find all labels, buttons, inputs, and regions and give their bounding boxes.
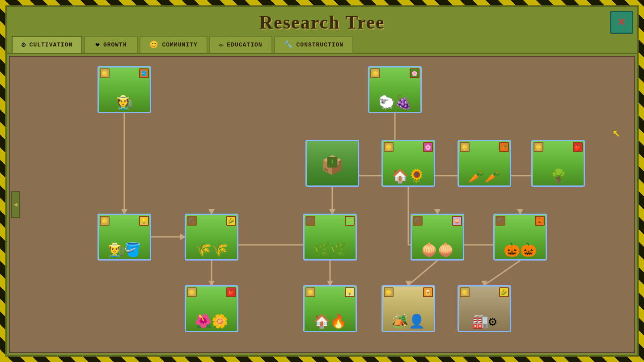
tab-bar: ⚙️ CULTIVATION ❤️ GROWTH 😊 COMMUNITY ✏️ … xyxy=(7,36,637,54)
node-cottage-tr-icon: 🌸 xyxy=(423,142,433,152)
node-onion-tr-icon: 🧅 xyxy=(452,216,462,226)
node-house-tr-icon: 💡 xyxy=(345,287,355,297)
node-farmer2-content: 👨‍🌾🪣 xyxy=(108,244,141,257)
close-icon: ✕ xyxy=(617,15,626,29)
node-desert-tl-icon: 🪙 xyxy=(384,287,394,297)
node-pumpkin-tl-icon: ⛏️ xyxy=(496,216,505,226)
node-grass[interactable]: ⛏️ 🌱 🌿🌿 xyxy=(303,214,357,261)
node-desert-content: 🏕️👤 xyxy=(392,316,425,329)
node-grass-content: 🌿🌿 xyxy=(314,244,347,257)
scroll-left-indicator: ◀ xyxy=(11,191,20,218)
node-wheat-tl-icon: ⛏️ xyxy=(187,216,197,226)
node-tree[interactable]: 🪙 🍎 🌳 xyxy=(531,140,585,187)
tab-education[interactable]: ✏️ EDUCATION xyxy=(209,36,272,53)
tab-community-label: COMMUNITY xyxy=(162,42,197,48)
node-cottage-content: 🏠🌻 xyxy=(392,170,425,184)
node-desert[interactable]: 🪙 🍺 🏕️👤 xyxy=(381,285,435,332)
tab-construction-label: CONSTRUCTION xyxy=(297,42,344,48)
node-livestock-content: 🐑🍇 xyxy=(378,97,411,110)
construction-icon: 🔧 xyxy=(284,40,293,49)
node-wheat-content: 🌾🌾 xyxy=(195,244,228,257)
svg-line-18 xyxy=(408,261,437,285)
node-grass-tl-icon: ⛏️ xyxy=(305,216,315,226)
node-desert-tr-icon: 🍺 xyxy=(423,287,433,297)
node-farmer-content: 🧑‍🌾 xyxy=(116,97,133,110)
node-tree-content: 🌳 xyxy=(550,170,567,184)
node-wheat[interactable]: ⛏️ 🌽 🌾🌾 xyxy=(185,214,238,261)
tab-cultivation-label: CULTIVATION xyxy=(30,42,73,48)
node-factory[interactable]: 🪙 🌽 🏭⚙️ xyxy=(458,285,511,332)
node-onion-tl-icon: ⛏️ xyxy=(413,216,423,226)
inner-frame: Research Tree ✕ ⚙️ CULTIVATION ❤️ GROWTH… xyxy=(5,5,639,357)
node-crops[interactable]: 🪙 🥕 🥕🥕 xyxy=(458,140,511,187)
node-livestock-tr-icon: 🌸 xyxy=(410,68,419,78)
tab-growth[interactable]: ❤️ GROWTH xyxy=(84,36,138,53)
node-tree-tl-icon: 🪙 xyxy=(534,142,543,152)
node-crops-tr-icon: 🥕 xyxy=(499,142,509,152)
node-farmer2-tl-icon: 🪙 xyxy=(100,216,110,226)
node-grass-tr-icon: 🌱 xyxy=(345,216,355,226)
tab-growth-label: GROWTH xyxy=(103,42,127,48)
community-icon: 😊 xyxy=(149,40,158,49)
close-button[interactable]: ✕ xyxy=(610,11,633,34)
cultivation-icon: ⚙️ xyxy=(21,40,26,49)
node-farmer2-tr-icon: 💡 xyxy=(139,216,149,226)
node-wheat-tr-icon: 🌽 xyxy=(226,216,236,226)
node-factory-tr-icon: 🌽 xyxy=(499,287,509,297)
node-onion-content: 🧅🧅 xyxy=(421,244,454,257)
node-tree-tr-icon: 🍎 xyxy=(573,142,583,152)
node-crate[interactable]: 📦 ⬇ xyxy=(305,140,359,187)
node-flowers[interactable]: 🪙 🍎 🌺🌼 xyxy=(185,285,238,332)
node-crops-content: 🥕🥕 xyxy=(468,170,501,184)
node-flowers-tl-icon: 🪙 xyxy=(187,287,197,297)
node-flowers-content: 🌺🌼 xyxy=(195,316,228,329)
title-bar: Research Tree ✕ xyxy=(7,7,637,36)
node-cottage-tl-icon: 🪙 xyxy=(384,142,394,152)
node-onion[interactable]: ⛏️ 🧅 🧅🧅 xyxy=(411,214,464,261)
node-farmer[interactable]: 🪙 🪣 🧑‍🌾 xyxy=(97,66,151,113)
node-house-tl-icon: 🪙 xyxy=(305,287,315,297)
node-house-content: 🏠🔥 xyxy=(314,316,347,329)
education-icon: ✏️ xyxy=(219,40,224,49)
node-factory-content: 🏭⚙️ xyxy=(472,316,496,329)
mouse-cursor: ↖ xyxy=(612,124,620,141)
node-livestock-tl-icon: 🪙 xyxy=(370,68,380,78)
growth-icon: ❤️ xyxy=(95,40,100,49)
tab-cultivation[interactable]: ⚙️ CULTIVATION xyxy=(12,36,82,53)
node-factory-tl-icon: 🪙 xyxy=(460,287,470,297)
node-cottage[interactable]: 🪙 🌸 🏠🌻 xyxy=(381,140,435,187)
node-pumpkin-tr-icon: 🎃 xyxy=(535,216,545,226)
node-crops-tl-icon: 🪙 xyxy=(460,142,470,152)
node-flowers-tr-icon: 🍎 xyxy=(226,287,236,297)
tab-community[interactable]: 😊 COMMUNITY xyxy=(140,36,207,53)
svg-line-19 xyxy=(484,261,520,285)
node-livestock[interactable]: 🪙 🌸 🐑🍇 xyxy=(368,66,422,113)
tab-education-label: EDUCATION xyxy=(227,42,262,48)
page-title: Research Tree xyxy=(259,12,385,33)
outer-border: Research Tree ✕ ⚙️ CULTIVATION ❤️ GROWTH… xyxy=(0,0,644,362)
node-farmer2[interactable]: 🪙 💡 👨‍🌾🪣 xyxy=(97,214,151,261)
content-area: ◀ xyxy=(9,56,635,353)
node-pumpkin-content: 🎃🎃 xyxy=(504,244,537,257)
node-farmer-tl-icon: 🪙 xyxy=(100,68,110,78)
node-house[interactable]: 🪙 💡 🏠🔥 xyxy=(303,285,357,332)
node-pumpkin[interactable]: ⛏️ 🎃 🎃🎃 xyxy=(493,214,547,261)
tab-construction[interactable]: 🔧 CONSTRUCTION xyxy=(274,36,354,53)
node-farmer-tr-icon: 🪣 xyxy=(139,68,149,78)
